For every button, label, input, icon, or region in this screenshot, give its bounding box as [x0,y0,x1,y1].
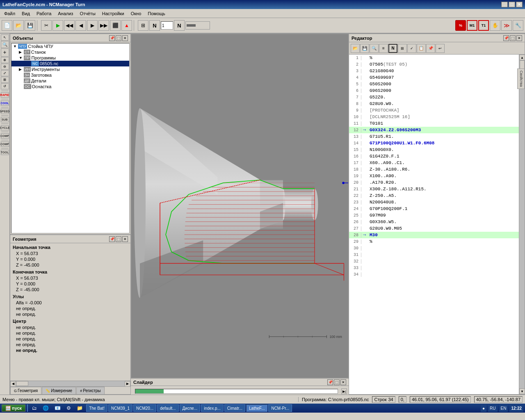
tool-rotate[interactable]: ↺ [1,83,9,89]
cut-button[interactable]: ✂ [41,20,52,31]
menu-file[interactable]: Файл [2,10,18,17]
save-button[interactable]: 💾 [25,20,35,31]
editor-sym-btn[interactable]: ⊞ [398,44,407,53]
tree-item-blank[interactable]: ЗА Заготовка [11,72,129,78]
new-button[interactable]: 📄 [2,20,12,31]
step-input[interactable]: 1 [161,21,173,30]
comp2-label[interactable]: COMP [1,142,9,147]
close-button[interactable]: ✕ [516,2,523,7]
geo-close-button[interactable]: ✕ [122,236,128,242]
tool-zoom-in[interactable]: ⊕ [1,57,9,63]
prev-button[interactable]: ◀ [75,20,86,31]
editor-n-btn[interactable]: N [388,44,397,53]
comp1-label[interactable]: COMP [1,133,9,139]
editor-check-btn[interactable]: ✓ [407,44,416,53]
wrench-button[interactable]: 🔧 [513,20,523,31]
tool-cursor[interactable]: ↖ [1,34,9,41]
taskbar-ncm39[interactable]: NCM39_1 [108,404,132,412]
editor-paste-btn[interactable]: 📌 [426,44,435,53]
slider-close-btn[interactable]: ✕ [340,379,346,385]
sub-label[interactable]: SUB [1,117,9,122]
open-button[interactable]: 📂 [13,20,24,31]
taskbar-index[interactable]: index.p... [201,404,224,412]
cool-label[interactable]: COOL [1,100,9,106]
editor-goto-btn[interactable]: ≡ [379,44,388,53]
scroll-left[interactable]: ◀ [10,381,16,387]
fwd-button[interactable]: ▶ [87,20,98,31]
speed-label[interactable]: SPEED [1,109,9,114]
tab-measurement[interactable]: 📏 Измерение [42,387,76,394]
menu-work[interactable]: Работа [34,10,54,17]
taskbar-default[interactable]: default... [157,404,178,412]
editor-close-btn[interactable]: ✕ [516,35,522,41]
step-button[interactable]: ⊞ [138,20,148,31]
menu-reports[interactable]: Отчёты [77,10,98,17]
tool-grid[interactable]: ⊞ [1,77,9,83]
tree-item-machine[interactable]: ▶ СТ Станок [11,49,129,55]
menu-help[interactable]: Помощь [145,10,168,17]
speed-slider[interactable] [185,21,210,30]
tree-item-fixtures[interactable]: ОС Оснастка [11,84,129,89]
geo-float-button[interactable]: ⬚ [116,236,121,242]
code-editor[interactable]: 1 % 2 O7505(TEST 05) 3 G21G80G40 [349,55,519,394]
menu-analysis[interactable]: Анализ [55,10,75,17]
editor-find-btn[interactable]: 🔍 [370,44,379,53]
systray-en[interactable]: EN [499,404,508,412]
menu-window[interactable]: Окно [128,10,144,17]
n2-button[interactable]: N [174,20,185,31]
scroll-thumb-h[interactable] [16,381,28,386]
taskbar-ncmpr[interactable]: NCM-Pr... [268,404,292,412]
maximize-button[interactable]: □ [509,2,515,7]
tool-zoom-out[interactable]: ⊖ [1,64,9,70]
start-button[interactable]: 🪟 пуск [2,404,25,412]
slider-float-btn[interactable]: ⬚ [334,379,340,385]
taskbar-ncm20[interactable]: NCM20... [133,404,156,412]
tab-registers[interactable]: # Регистры [76,387,104,394]
editor-copy-btn[interactable]: 📋 [417,44,426,53]
tree-item-file[interactable]: NC 08505.nc [11,61,129,66]
scroll-right[interactable]: ▶ [125,381,130,387]
slider-track[interactable] [135,389,338,394]
slider-pin-btn[interactable]: 📌 [327,379,333,385]
taskbar-icon-1[interactable]: 🗂 [30,404,39,412]
taskbar-icon-3[interactable]: 📧 [52,404,63,412]
properties-tab[interactable]: Свойства [517,68,525,89]
pin-button[interactable]: 📌 [109,35,115,41]
editor-open-btn[interactable]: 📂 [351,44,360,53]
tab-geometry[interactable]: G Геометрия [10,387,41,394]
hand-button[interactable]: ✋ [490,20,500,31]
editor-float-btn[interactable]: ⬚ [510,35,516,41]
skip-button[interactable]: ≫ [501,20,512,31]
tool-plus[interactable]: + [1,48,9,57]
m1-button[interactable]: M1 [467,20,477,31]
tool-search[interactable]: 🔍 [1,41,9,48]
rapid-label[interactable]: RAPID [1,92,9,98]
taskbar-icon-5[interactable]: 📁 [74,404,85,412]
minimize-button[interactable]: _ [501,2,508,7]
geo-pin-button[interactable]: 📌 [109,236,115,242]
play-button[interactable]: ▶ [52,20,63,31]
viewport[interactable]: 100 mm [131,34,348,378]
n-button[interactable]: N [149,20,160,31]
taskbar-icon-4[interactable]: ⚙ [64,404,73,412]
menu-view[interactable]: Вид [19,10,32,17]
ff-button[interactable]: ▶▶ [98,20,109,31]
systray-ru[interactable]: RU [488,404,497,412]
taskbar-thebat[interactable]: The Bat! [86,404,107,412]
scroll-down-btn[interactable]: ▼ [519,388,525,394]
tree-item-details[interactable]: ДЕ Детали [11,78,129,84]
taskbar-cimtron[interactable]: Cimatr... [224,404,245,412]
tree-item-programs[interactable]: ▼ ПР Программы [11,55,129,61]
float-button[interactable]: ⬚ [116,35,121,41]
t1-button[interactable]: T1 [478,20,489,31]
tree-item-cnc[interactable]: ▼ ЧПУ Стойка ЧПУ [11,43,129,49]
tool-label[interactable]: TOOL [1,150,9,155]
pct-button[interactable]: % [455,20,466,31]
rew-button[interactable]: ◀◀ [64,20,75,31]
stop-button[interactable]: ⬛ [110,20,121,31]
taskbar-lathef[interactable]: LatheF... [246,404,267,412]
tree-item-tools[interactable]: ▶ ИН Инструменты [11,66,129,72]
tool-fit[interactable]: ⤢ [1,70,9,76]
taskbar-icon-2[interactable]: 🌐 [40,404,51,412]
close-tree-button[interactable]: ✕ [122,35,128,41]
